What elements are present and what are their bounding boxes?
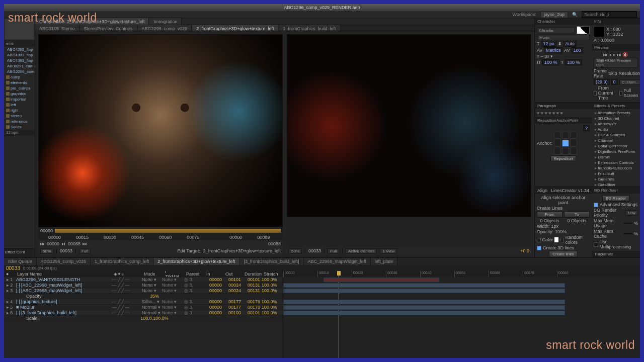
- effect-category[interactable]: GutsBlow: [594, 182, 638, 187]
- viewer-left-status: 50% 00033 Full Edit Target: 2_frontGraph…: [38, 247, 283, 254]
- timeline-tab[interactable]: [3_frontGraphics_build_left]: [240, 258, 304, 265]
- viewport-left[interactable]: [38, 34, 283, 227]
- timeline-layer-row[interactable]: ▸ 1ABG2296_VANITY502LENGTH— ╱ ╱ —None ▾N…: [4, 277, 283, 283]
- zoom-dropdown[interactable]: 50%: [40, 248, 53, 254]
- project-item[interactable]: ABC4393_flap: [4, 47, 35, 52]
- viewer-right: 50% 00033 Full Active Camera 1 View +0.0: [287, 34, 531, 254]
- project-item[interactable]: ABC4393_flap: [4, 58, 35, 63]
- timeline-layer-row[interactable]: ▸ 6[·] [3_frontGraphics_build_left]— ╱ ╱…: [4, 310, 283, 316]
- timeline-layer-row[interactable]: Scale100.0,100.0%: [4, 316, 283, 321]
- project-panel: ems ABC4393_flapABC4393_flapABC4393_flap…: [4, 18, 35, 257]
- project-item[interactable]: Solids: [4, 124, 35, 130]
- composition-area: Composition: 2_frontGraphics+3D+glow+tex…: [35, 18, 534, 257]
- timeline-tab[interactable]: left_plate: [371, 258, 398, 265]
- bgrenderer-header[interactable]: BG Renderer: [592, 187, 640, 194]
- project-item[interactable]: ABG2296_com: [4, 69, 35, 74]
- breadcrumb-item[interactable]: 2_frontGraphics+3D+glow+texture_left: [192, 25, 278, 31]
- reposition-panel-header[interactable]: RepositionAnchorPoint: [535, 117, 592, 124]
- timeline-layer-row[interactable]: ▸ 2[·] [ABC_22968_mapWidget_left]— ╱ ╱ —…: [4, 283, 283, 288]
- effect-category[interactable]: Animation Presets: [594, 110, 638, 116]
- workspace-dropdown[interactable]: jayse_2up: [540, 11, 568, 18]
- project-item[interactable]: pre_comps: [4, 85, 35, 91]
- viewport-right[interactable]: [287, 34, 531, 217]
- top-menu-bar: Workspace: jayse_2up 🔍: [4, 11, 640, 18]
- effect-category[interactable]: Generate: [594, 176, 638, 182]
- timeline-tab[interactable]: 2_frontGraphics+3D+glow+texture_left: [153, 258, 239, 265]
- project-item[interactable]: ABC4393_flap: [4, 52, 35, 58]
- window-titlebar: ABG1296_comp_v029_RENDER.aep: [4, 4, 640, 11]
- project-item[interactable]: left: [4, 102, 35, 108]
- effects-presets-header[interactable]: Effects & Presets: [592, 103, 640, 109]
- anchor-grid[interactable]: [554, 132, 577, 155]
- search-help-input[interactable]: [582, 11, 637, 18]
- current-frame[interactable]: 00033: [6, 265, 20, 271]
- project-item[interactable]: comp: [4, 74, 35, 80]
- breadcrumb-item[interactable]: ABG2296_comp_v029: [138, 25, 192, 31]
- paragraph-panel-header[interactable]: Paragraph: [535, 103, 592, 109]
- timeline-tracks[interactable]: 0000000010000200003000040000500006000070…: [283, 271, 640, 358]
- effect-category[interactable]: Blur & Sharpen: [594, 132, 638, 138]
- search-icon: 🔍: [572, 12, 578, 17]
- footage-start: 00000: [40, 228, 53, 233]
- timeline-tab[interactable]: 1_frontGraphics_comp_left: [91, 258, 153, 265]
- view-dropdown[interactable]: 1 View: [380, 248, 397, 254]
- right-panels: Character 0Arame Mono T 12 px ⬍ Auto AV …: [534, 18, 640, 257]
- timeline-tab[interactable]: nder Queue: [4, 258, 37, 265]
- font-dropdown[interactable]: 0Arame: [537, 28, 575, 33]
- app-window: ABG1296_comp_v029_RENDER.aep Workspace: …: [4, 4, 640, 358]
- effect-category[interactable]: Expression Controls: [594, 160, 638, 165]
- project-item[interactable]: reference: [4, 119, 35, 124]
- timeline-layer-row[interactable]: ▸ 4[·] [graphics_texture]— ╱ ╱ —Silho...…: [4, 299, 283, 305]
- effect-category[interactable]: francois-tarlier.com: [594, 165, 638, 171]
- breadcrumb-item[interactable]: ABG3105_Stereo: [35, 25, 79, 31]
- timeline-tab[interactable]: ABC_22968_mapWidget_left: [304, 258, 371, 265]
- workspace-label: Workspace:: [513, 12, 536, 17]
- project-item[interactable]: stereo: [4, 113, 35, 119]
- tool-swatch[interactable]: [5, 19, 34, 39]
- effect-category[interactable]: Distort: [594, 154, 638, 160]
- character-panel-header[interactable]: Character: [535, 18, 592, 25]
- effect-category[interactable]: Digieffects FreeForm: [594, 149, 638, 154]
- info-panel-header[interactable]: Info: [592, 18, 640, 25]
- project-item[interactable]: elements: [4, 80, 35, 85]
- composition-tab[interactable]: Immigration: [149, 18, 182, 25]
- project-items-header: ems: [4, 40, 35, 47]
- timeline-layer-row[interactable]: ▸ 3[·] [ABC_22968_mapWidget_left]— ╱ ╱ —…: [4, 288, 283, 294]
- effect-category[interactable]: AndrewYY: [594, 121, 638, 127]
- project-item[interactable]: AB08291_cam: [4, 63, 35, 69]
- effect-category[interactable]: 3D Channel: [594, 116, 638, 121]
- project-item[interactable]: imported: [4, 97, 35, 102]
- project-bpc[interactable]: 32 bpc: [4, 130, 35, 136]
- font-style-dropdown[interactable]: Mono: [537, 35, 590, 40]
- effect-category[interactable]: Frischluft: [594, 171, 638, 176]
- project-item[interactable]: graphics: [4, 91, 35, 97]
- trackerviz-header[interactable]: TrackerViz: [592, 251, 640, 257]
- effect-category[interactable]: Audio: [594, 127, 638, 132]
- composition-tab[interactable]: Composition: 2_frontGraphics+3D+glow+tex…: [35, 18, 149, 25]
- info-color-swatch: [594, 26, 605, 37]
- breadcrumb-item[interactable]: StereoPreview_Controls: [80, 25, 137, 31]
- viewer-left: 00000 000000001500030000450006000075 000…: [38, 34, 283, 254]
- effect-category[interactable]: Color Correction: [594, 143, 638, 149]
- preview-panel-header[interactable]: Preview: [592, 44, 640, 51]
- composition-tabs: Composition: 2_frontGraphics+3D+glow+tex…: [35, 18, 534, 25]
- timeline-layer-row[interactable]: ▸ 5■ MoBlur— ╱ ╱ —Normal ▾None ▾◎ 3.0000…: [4, 305, 283, 310]
- bg-render-button[interactable]: BG Render: [602, 195, 629, 202]
- timeline-panel: nder QueueABG2296_comp_v0281_frontGraphi…: [4, 257, 640, 358]
- main-area: ems ABC4393_flapABC4393_flapABC4393_flap…: [4, 18, 640, 257]
- viewer-right-status: 50% 00033 Full Active Camera 1 View +0.0: [287, 247, 531, 254]
- project-item[interactable]: right: [4, 108, 35, 113]
- reposition-button[interactable]: Reposition: [550, 155, 577, 162]
- timeline-tab[interactable]: ABG2296_comp_v028: [37, 258, 91, 265]
- fill-stroke-swatch[interactable]: [577, 26, 590, 34]
- effect-controls-tab[interactable]: Effect Cont: [4, 248, 35, 257]
- timeline-layer-row[interactable]: Opacity35%: [4, 294, 283, 299]
- composition-breadcrumb: ABG3105_StereoStereoPreview_ControlsABG2…: [35, 25, 534, 31]
- effect-category[interactable]: Channel: [594, 138, 638, 143]
- breadcrumb-item[interactable]: 1_frontGraphics_build_left: [279, 25, 341, 31]
- camera-dropdown[interactable]: Active Camera: [346, 248, 377, 254]
